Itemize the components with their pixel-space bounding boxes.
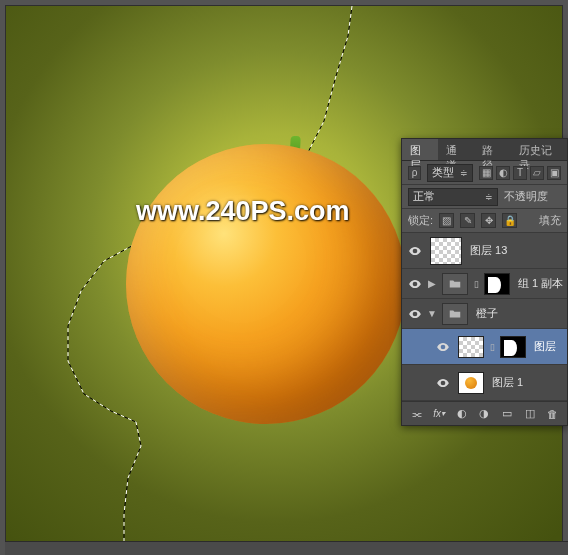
trash-icon[interactable]: 🗑	[544, 405, 561, 423]
chevron-down-icon: ≑	[485, 192, 493, 202]
layer-row[interactable]: 图层 1	[402, 365, 567, 401]
layers-panel: 图层 通道 路径 历史记录 ρ 类型 ≑ ▦ ◐ T ▱ ▣ 正常 ≑ 不透明度…	[401, 138, 568, 426]
layer-list: 图层 13 ▶ ▯ 组 1 副本 ▼ 橙子 ▯ 图层 图层 1	[402, 233, 567, 401]
blend-mode-value: 正常	[413, 189, 435, 204]
layers-panel-footer: ⫘ fx▾ ◐ ◑ ▭ ◫ 🗑	[402, 401, 567, 425]
lock-label: 锁定:	[408, 213, 433, 228]
orange-artwork	[126, 144, 406, 424]
tab-layers[interactable]: 图层	[402, 139, 438, 160]
layer-thumbnail[interactable]	[458, 336, 484, 358]
layer-row[interactable]: ▯ 图层	[402, 329, 567, 365]
layer-row-group[interactable]: ▶ ▯ 组 1 副本	[402, 269, 567, 299]
tab-channels[interactable]: 通道	[438, 139, 474, 160]
filter-adjust-icon[interactable]: ◐	[496, 166, 510, 180]
group-icon[interactable]: ▭	[499, 405, 516, 423]
lock-transparency-icon[interactable]: ▨	[439, 213, 454, 228]
panel-tab-bar: 图层 通道 路径 历史记录	[402, 139, 567, 161]
layer-name[interactable]: 图层	[530, 339, 567, 354]
lock-pixels-icon[interactable]: ✎	[460, 213, 475, 228]
visibility-toggle[interactable]	[404, 307, 426, 321]
group-folder-icon[interactable]	[442, 303, 468, 325]
horizontal-scrollbar[interactable]	[5, 541, 568, 555]
layer-row-group[interactable]: ▼ 橙子	[402, 299, 567, 329]
visibility-toggle[interactable]	[432, 340, 454, 354]
filter-pixel-icon[interactable]: ▦	[479, 166, 493, 180]
layer-thumbnail[interactable]	[430, 237, 462, 265]
adjustment-icon[interactable]: ◑	[476, 405, 493, 423]
fill-label: 填充	[539, 213, 561, 228]
layer-name[interactable]: 图层 13	[466, 243, 567, 258]
filter-kind-dropdown[interactable]: 类型 ≑	[427, 164, 473, 182]
filter-type-icon[interactable]: T	[513, 166, 527, 180]
filter-type-icons: ▦ ◐ T ▱ ▣	[479, 166, 561, 180]
blend-row: 正常 ≑ 不透明度	[402, 185, 567, 209]
filter-kind-label: 类型	[432, 165, 454, 180]
tab-history[interactable]: 历史记录	[511, 139, 567, 160]
mask-icon[interactable]: ◐	[453, 405, 470, 423]
blend-mode-dropdown[interactable]: 正常 ≑	[408, 188, 498, 206]
lock-position-icon[interactable]: ✥	[481, 213, 496, 228]
tab-paths[interactable]: 路径	[474, 139, 510, 160]
layer-mask-thumbnail[interactable]	[484, 273, 510, 295]
link-icon: ▯	[472, 279, 480, 289]
filter-kind-icon[interactable]: ρ	[408, 166, 421, 180]
opacity-label: 不透明度	[504, 189, 548, 204]
new-layer-icon[interactable]: ◫	[522, 405, 539, 423]
fx-icon[interactable]: fx▾	[431, 405, 448, 423]
link-icon: ▯	[488, 342, 496, 352]
filter-shape-icon[interactable]: ▱	[530, 166, 544, 180]
watermark-text: www.240PS.com	[136, 196, 350, 227]
visibility-toggle[interactable]	[404, 277, 426, 291]
group-folder-icon[interactable]	[442, 273, 468, 295]
filter-row: ρ 类型 ≑ ▦ ◐ T ▱ ▣	[402, 161, 567, 185]
disclosure-triangle[interactable]: ▼	[426, 308, 438, 319]
layer-thumbnail[interactable]	[458, 372, 484, 394]
filter-smart-icon[interactable]: ▣	[547, 166, 561, 180]
layer-name[interactable]: 橙子	[472, 306, 567, 321]
layer-name[interactable]: 组 1 副本	[514, 276, 567, 291]
layer-name[interactable]: 图层 1	[488, 375, 567, 390]
visibility-toggle[interactable]	[432, 376, 454, 390]
layer-mask-thumbnail[interactable]	[500, 336, 526, 358]
lock-all-icon[interactable]: 🔒	[502, 213, 517, 228]
link-layers-icon[interactable]: ⫘	[408, 405, 425, 423]
disclosure-triangle[interactable]: ▶	[426, 278, 438, 289]
visibility-toggle[interactable]	[404, 244, 426, 258]
layer-row[interactable]: 图层 13	[402, 233, 567, 269]
chevron-down-icon: ≑	[460, 168, 468, 178]
lock-row: 锁定: ▨ ✎ ✥ 🔒 填充	[402, 209, 567, 233]
